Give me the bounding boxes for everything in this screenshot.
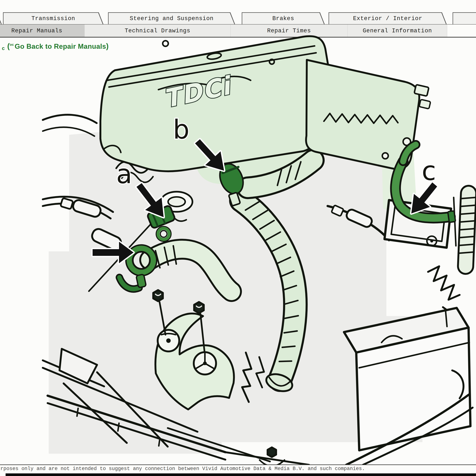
footer-divider [0,464,476,465]
callout-letter-b: b [173,114,189,145]
footer-black-bar [6,473,476,476]
engine-cover [101,36,335,171]
callout-letter-a: a [116,159,132,189]
footer-disclaimer: rposes only and are not intended to sugg… [0,466,365,473]
callout-letter-c: c [422,156,436,186]
engine-diagram: TDCi a b c [0,0,476,465]
